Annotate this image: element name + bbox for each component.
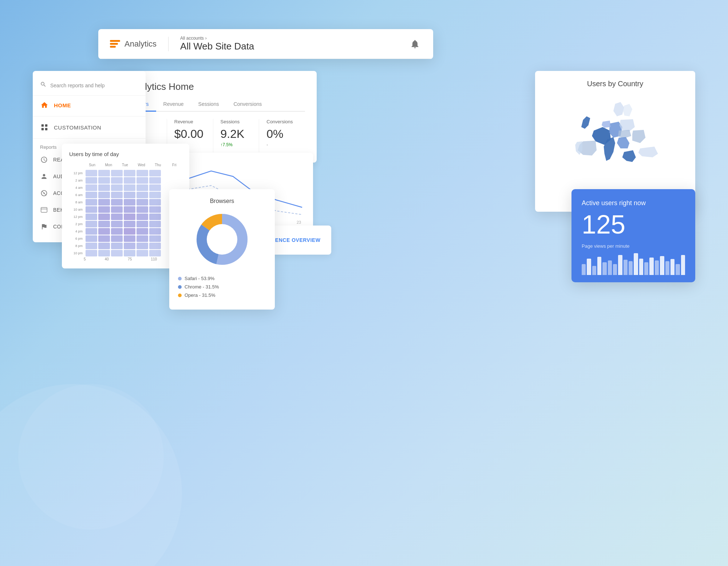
legend-dot-safari bbox=[178, 277, 182, 280]
tab-sessions[interactable]: Sessions bbox=[191, 98, 226, 111]
metric-label-sessions: Sessions bbox=[221, 119, 252, 124]
metric-label-conversions: Conversions bbox=[266, 119, 298, 124]
realtime-icon bbox=[40, 156, 48, 164]
europe-map-svg bbox=[544, 94, 687, 203]
legend-dot-opera bbox=[178, 294, 182, 297]
legend-label-opera: Opera - 31.5% bbox=[185, 292, 215, 298]
analytics-title: Analytics bbox=[124, 39, 157, 49]
svg-rect-2 bbox=[41, 128, 44, 130]
svg-text:23: 23 bbox=[297, 220, 301, 224]
nav-item-customisation[interactable]: CUSTOMISATION bbox=[33, 118, 146, 137]
mini-bar-chart bbox=[582, 253, 685, 275]
active-users-count: 125 bbox=[582, 211, 685, 238]
page-views-label: Page views per minute bbox=[582, 243, 685, 249]
tab-revenue[interactable]: Revenue bbox=[156, 98, 191, 111]
legend-safari: Safari - 53.9% bbox=[178, 276, 266, 281]
logo-bar-2 bbox=[110, 43, 118, 45]
metric-change-sessions: ↑7.5% bbox=[221, 142, 252, 147]
audience-icon bbox=[40, 172, 48, 180]
legend-opera: Opera - 31.5% bbox=[178, 292, 266, 298]
donut-card: Browsers Safari - 53.9% Chrome - 31.5% O… bbox=[169, 189, 275, 310]
map-container bbox=[544, 94, 687, 203]
home-tabs: Users Revenue Sessions Conversions bbox=[128, 98, 305, 112]
metric-change-conv: - bbox=[266, 142, 298, 147]
tab-conversions[interactable]: Conversions bbox=[226, 98, 269, 111]
metric-value-revenue: $0.00 bbox=[174, 127, 206, 141]
active-users-card: Active users right now 125 Page views pe… bbox=[571, 189, 695, 282]
legend-dot-chrome bbox=[178, 285, 182, 289]
nav-item-home[interactable]: HOME bbox=[33, 96, 146, 115]
nav-label-home: HOME bbox=[54, 102, 71, 108]
legend-label-safari: Safari - 53.9% bbox=[185, 276, 214, 281]
search-icon bbox=[40, 81, 47, 89]
breadcrumb-main: All Web Site Data bbox=[180, 41, 401, 52]
country-card-title: Users by Country bbox=[544, 80, 687, 88]
svg-line-5 bbox=[42, 191, 46, 195]
analytics-header-top: Analytics All accounts › All Web Site Da… bbox=[98, 29, 433, 59]
metric-sessions: Sessions 9.2K ↑7.5% bbox=[221, 119, 260, 152]
bell-icon[interactable] bbox=[408, 37, 422, 51]
metric-label-revenue: Revenue bbox=[174, 119, 206, 124]
sidebar-divider-1 bbox=[33, 116, 146, 116]
svg-point-16 bbox=[207, 224, 237, 255]
sidebar-divider-2 bbox=[33, 138, 146, 139]
logo-bar-1 bbox=[110, 40, 120, 42]
analytics-home-title: Analytics Home bbox=[128, 81, 305, 92]
analytics-logo-icon bbox=[110, 40, 120, 48]
active-users-title: Active users right now bbox=[582, 199, 685, 207]
bg-shape-2 bbox=[18, 384, 164, 530]
home-icon bbox=[40, 101, 49, 109]
header-breadcrumb: All accounts › All Web Site Data bbox=[180, 36, 401, 52]
metric-conversions: Conversions 0% - bbox=[266, 119, 305, 152]
donut-svg bbox=[193, 210, 251, 268]
metric-value-sessions: 9.2K bbox=[221, 127, 252, 141]
metric-value-conv: 0% bbox=[266, 127, 298, 141]
heatmap-axis: 54075110145 bbox=[69, 257, 182, 261]
legend-chrome: Chrome - 31.5% bbox=[178, 284, 266, 290]
analytics-logo: Analytics bbox=[110, 39, 157, 49]
donut-container bbox=[178, 210, 266, 268]
search-row[interactable]: Search reports and help bbox=[33, 78, 146, 96]
legend-label-chrome: Chrome - 31.5% bbox=[185, 284, 219, 290]
acquisition-icon bbox=[40, 189, 48, 197]
heatmap-rows: 12 pm2 am4 am6 am8 am10 am12 pm2 pm4 pm6… bbox=[69, 170, 182, 256]
logo-bar-3 bbox=[110, 46, 116, 48]
svg-rect-3 bbox=[45, 128, 47, 130]
analytics-header-card: Analytics All accounts › All Web Site Da… bbox=[98, 29, 433, 59]
customisation-icon bbox=[40, 123, 49, 132]
svg-rect-1 bbox=[45, 124, 47, 127]
donut-title: Browsers bbox=[178, 198, 266, 204]
breadcrumb-sub[interactable]: All accounts › bbox=[180, 36, 401, 41]
behaviour-icon bbox=[40, 206, 48, 214]
nav-label-customisation: CUSTOMISATION bbox=[54, 124, 101, 131]
header-divider bbox=[168, 37, 169, 51]
heatmap-title: Users by time of day bbox=[69, 151, 182, 157]
svg-rect-0 bbox=[41, 124, 44, 127]
search-placeholder: Search reports and help bbox=[50, 83, 104, 88]
conversions-icon bbox=[40, 223, 48, 231]
svg-rect-6 bbox=[41, 207, 47, 212]
